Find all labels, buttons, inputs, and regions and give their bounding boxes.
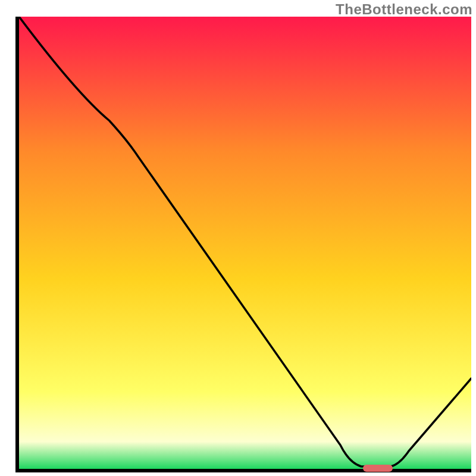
curve-layer: [19, 17, 471, 469]
optimal-range-marker: [363, 465, 393, 472]
watermark-label: TheBottleneck.com: [336, 1, 472, 18]
chart-frame: TheBottleneck.com: [0, 0, 476, 476]
plot-area: [15, 17, 471, 472]
bottleneck-curve-path: [19, 17, 471, 466]
